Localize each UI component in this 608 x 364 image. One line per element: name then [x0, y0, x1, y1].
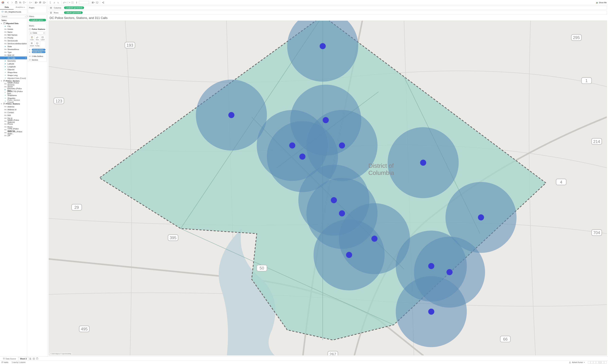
- marks-tooltip[interactable]: Tooltip: [34, 41, 40, 48]
- nav-next-button[interactable]: [594, 361, 596, 364]
- share-button[interactable]: [101, 1, 105, 4]
- viz-title[interactable]: DC Police Sectors, Stations, and 311 Cal…: [48, 15, 608, 21]
- new-sheet-dropdown[interactable]: ▾: [22, 1, 26, 4]
- field-item[interactable]: #Objectid: [0, 68, 27, 71]
- marks-pill-collect[interactable]: COLLECT(Geo..: [32, 49, 45, 51]
- marks-size[interactable]: Size: [34, 35, 40, 41]
- field-item[interactable]: AbcServicecode: [0, 39, 27, 42]
- user-menu[interactable]: Ashwin Kumar ▾: [569, 362, 585, 364]
- marks-pill-name[interactable]: NAME (Police S..: [32, 51, 45, 53]
- field-item[interactable]: #OBJECTID (Police Sect...: [0, 91, 27, 94]
- viz-area[interactable]: District ofColumbia 12329395501295214704…: [49, 21, 607, 355]
- highlight-dropdown[interactable]: ▾: [63, 1, 66, 4]
- field-item[interactable]: #Migrated Data (Count): [0, 77, 27, 79]
- show-me-button[interactable]: Show Me: [596, 1, 607, 4]
- field-item[interactable]: AbcName: [0, 30, 27, 33]
- sort-asc-button[interactable]: [53, 1, 56, 4]
- field-search-input[interactable]: [1, 15, 27, 18]
- field-item[interactable]: AbcStreetaddress: [0, 48, 27, 51]
- field-item[interactable]: #Shape Leng: [0, 74, 27, 77]
- tab-analytics[interactable]: Analytics ⇅: [14, 5, 27, 10]
- view-tabs-button[interactable]: [599, 361, 601, 364]
- marks-layer-buffers[interactable]: 3 Mile Buffers: [28, 54, 47, 58]
- station-point[interactable]: [346, 252, 352, 258]
- mark-type-dropdown[interactable]: Circle ▾: [29, 32, 45, 34]
- nav-last-button[interactable]: [596, 361, 598, 364]
- fit-dropdown[interactable]: ▾: [91, 1, 95, 4]
- station-point[interactable]: [289, 143, 295, 149]
- station-point[interactable]: [339, 210, 345, 216]
- field-item[interactable]: ⊕City: [0, 25, 27, 28]
- station-point[interactable]: [228, 112, 234, 118]
- field-item[interactable]: #Police_Sectors (Count): [0, 100, 27, 103]
- station-point[interactable]: [428, 309, 434, 315]
- presentation-button[interactable]: [95, 1, 99, 4]
- field-item[interactable]: AbcWeb Url: [0, 54, 27, 56]
- refresh-dropdown[interactable]: ▾: [28, 1, 32, 4]
- field-item[interactable]: AbcFAX: [0, 114, 27, 117]
- field-item[interactable]: AbcNAME (Police Stations): [0, 120, 27, 122]
- field-item[interactable]: AbcServicecodedescription: [0, 42, 27, 45]
- marks-detail[interactable]: Detail: [29, 41, 34, 48]
- field-item[interactable]: AbcAddress Id: [0, 108, 27, 111]
- save-button[interactable]: [14, 1, 18, 4]
- field-item[interactable]: AbcPriority: [0, 36, 27, 39]
- field-item[interactable]: AbcNAME (Police Sectors): [0, 82, 27, 85]
- group-dropdown[interactable]: ▾: [67, 1, 70, 4]
- columns-pill[interactable]: Longitude (generated): [64, 6, 84, 9]
- field-item[interactable]: AbcDetails: [0, 28, 27, 30]
- marks-label[interactable]: TLabel: [40, 35, 45, 41]
- tab-sheet-2[interactable]: Sheet 2: [18, 357, 28, 360]
- new-story-button[interactable]: [36, 357, 39, 360]
- marks-layer-sectors[interactable]: Sectors: [28, 58, 47, 62]
- tab-data[interactable]: Data: [0, 5, 14, 10]
- field-item[interactable]: AbcNbh Names: [0, 33, 27, 36]
- tab-data-source[interactable]: Data Source: [1, 357, 18, 360]
- toolbar-search[interactable]: [79, 1, 89, 4]
- station-point[interactable]: [323, 117, 329, 123]
- new-worksheet-button[interactable]: +: [29, 357, 32, 360]
- marks-layer-active[interactable]: Police Stations: [28, 27, 47, 31]
- sort-desc-button[interactable]: [56, 1, 60, 4]
- new-data-button[interactable]: +: [18, 1, 22, 4]
- field-group[interactable]: ▾Migrated Data: [0, 22, 27, 25]
- swap-button[interactable]: [48, 1, 52, 4]
- field-item[interactable]: ⊕Geometry: [0, 59, 27, 62]
- filters-shelf[interactable]: Filters Longitude (generated): [28, 14, 47, 23]
- station-point[interactable]: [446, 269, 453, 275]
- new-dashboard-button[interactable]: [32, 357, 35, 360]
- station-point[interactable]: [428, 263, 434, 269]
- filter-pill[interactable]: Longitude (generated): [29, 19, 46, 21]
- field-item[interactable]: #Shape Area: [0, 71, 27, 74]
- field-item[interactable]: AbcType: [0, 51, 27, 54]
- field-item[interactable]: ⊕311 Calls▾: [0, 56, 27, 59]
- station-point[interactable]: [339, 143, 345, 149]
- forward-button[interactable]: [10, 1, 14, 4]
- view-sort-button[interactable]: [604, 361, 607, 364]
- field-item[interactable]: ⊕State: [0, 45, 27, 48]
- station-point[interactable]: [331, 197, 337, 203]
- duplicate-button[interactable]: [38, 1, 42, 4]
- station-point[interactable]: [320, 43, 326, 49]
- nav-prev-button[interactable]: [591, 361, 593, 364]
- field-item[interactable]: ⊕Longitude: [0, 65, 27, 68]
- view-filmstrip-button[interactable]: [602, 361, 604, 364]
- field-item[interactable]: AbcWEB URL (Police Statio...: [0, 131, 27, 134]
- columns-shelf[interactable]: Columns Longitude (generated): [49, 6, 607, 10]
- field-item[interactable]: AbcContact: [0, 111, 27, 114]
- data-source-item[interactable]: DC_Neighborhoods: [0, 10, 27, 14]
- text-button[interactable]: T: [71, 1, 74, 4]
- field-item[interactable]: ⊕Latitude: [0, 62, 27, 65]
- pages-shelf[interactable]: Pages: [28, 6, 47, 13]
- field-item[interactable]: AbcAddress: [0, 105, 27, 108]
- station-point[interactable]: [299, 154, 305, 160]
- clear-dropdown[interactable]: ×▾: [42, 1, 46, 4]
- map-visualization[interactable]: District ofColumbia 12329395501295214704…: [49, 21, 607, 355]
- marks-color[interactable]: Color: [29, 35, 34, 41]
- nav-first-button[interactable]: [588, 361, 590, 364]
- worksheet-dropdown[interactable]: ▾: [34, 1, 38, 4]
- explain-button[interactable]: [75, 1, 79, 4]
- back-button[interactable]: [6, 1, 10, 4]
- station-point[interactable]: [478, 214, 484, 221]
- rows-pill[interactable]: Latitude (generated): [64, 11, 83, 14]
